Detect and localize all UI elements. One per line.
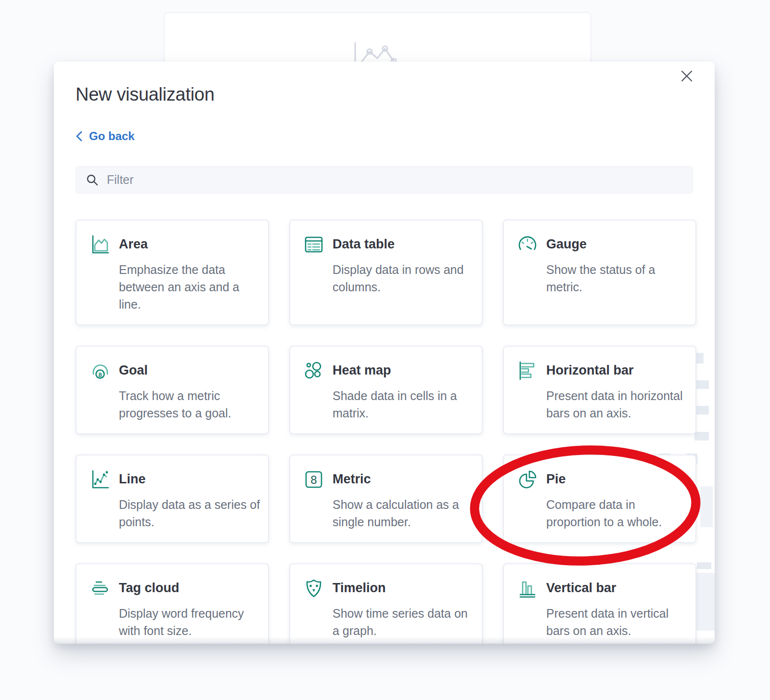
go-back-link[interactable]: Go back xyxy=(76,129,135,143)
svg-text:8: 8 xyxy=(310,473,317,486)
tag-cloud-icon xyxy=(89,577,111,599)
card-description: Present data in horizontal bars on an ax… xyxy=(546,387,691,422)
card-title: Gauge xyxy=(546,233,691,255)
card-title: Tag cloud xyxy=(119,577,263,599)
close-icon xyxy=(680,70,693,82)
goal-icon: 8 xyxy=(89,360,111,382)
svg-text:8: 8 xyxy=(98,371,102,378)
viz-card-horizontal-bar[interactable]: Horizontal bar Present data in horizonta… xyxy=(503,346,696,434)
card-description: Present data in vertical bars on an axis… xyxy=(546,605,691,639)
viz-card-gauge[interactable]: Gauge Show the status of a metric. xyxy=(503,220,696,325)
viz-card-goal[interactable]: 8 Goal Track how a metric progresses to … xyxy=(76,346,269,434)
card-title: Line xyxy=(119,468,263,490)
card-description: Track how a metric progresses to a goal. xyxy=(119,387,263,422)
page-title: New visualization xyxy=(76,84,693,105)
card-description: Show the status of a metric. xyxy=(546,261,691,296)
horizontal-bar-icon xyxy=(516,360,539,382)
scroll-fade xyxy=(54,637,715,644)
viz-card-timelion[interactable]: Timelion Show time series data on a grap… xyxy=(289,563,483,644)
data-table-icon xyxy=(303,233,325,256)
card-title: Vertical bar xyxy=(546,577,691,599)
card-title: Heat map xyxy=(333,359,477,381)
search-icon xyxy=(86,173,99,187)
card-description: Show time series data on a graph. xyxy=(333,605,477,639)
page-background: New visualization Go back xyxy=(0,0,770,700)
card-title: Timelion xyxy=(333,577,477,599)
viz-card-vertical-bar[interactable]: Vertical bar Present data in vertical ba… xyxy=(503,563,696,644)
visualization-grid: Area Emphasize the data between an axis … xyxy=(76,220,693,644)
card-description: Shade data in cells in a matrix. xyxy=(333,387,477,422)
viz-card-area[interactable]: Area Emphasize the data between an axis … xyxy=(76,220,269,325)
close-button[interactable] xyxy=(676,65,697,87)
viz-card-heat-map[interactable]: Heat map Shade data in cells in a matrix… xyxy=(289,346,483,434)
card-description: Compare data in proportion to a whole. xyxy=(546,496,691,531)
heat-map-icon xyxy=(303,360,325,382)
filter-input[interactable] xyxy=(76,166,693,194)
area-chart-icon xyxy=(89,233,111,256)
timelion-icon xyxy=(303,577,325,599)
pie-chart-icon xyxy=(516,468,539,491)
card-description: Show a calculation as a single number. xyxy=(333,496,477,531)
card-description: Emphasize the data between an axis and a… xyxy=(119,261,263,313)
card-title: Horizontal bar xyxy=(546,359,691,381)
card-description: Display data in rows and columns. xyxy=(333,261,477,296)
card-title: Pie xyxy=(546,468,691,490)
go-back-label: Go back xyxy=(89,130,135,143)
metric-icon: 8 xyxy=(303,468,325,491)
viz-card-data-table[interactable]: Data table Display data in rows and colu… xyxy=(289,220,483,325)
card-title: Area xyxy=(119,233,263,255)
new-visualization-modal: New visualization Go back xyxy=(54,62,715,644)
chevron-left-icon xyxy=(76,130,83,142)
line-chart-icon xyxy=(89,468,111,491)
gauge-icon xyxy=(516,233,539,256)
viz-card-line[interactable]: Line Display data as a series of points. xyxy=(76,454,269,543)
viz-card-metric[interactable]: 8 Metric Show a calculation as a single … xyxy=(289,454,483,543)
vertical-bar-icon xyxy=(516,577,539,599)
viz-card-tag-cloud[interactable]: Tag cloud Display word frequency with fo… xyxy=(76,563,269,644)
card-title: Goal xyxy=(119,359,263,381)
viz-card-pie[interactable]: Pie Compare data in proportion to a whol… xyxy=(503,454,696,543)
card-title: Metric xyxy=(333,468,477,490)
card-description: Display word frequency with font size. xyxy=(119,605,263,639)
card-title: Data table xyxy=(333,233,477,255)
card-description: Display data as a series of points. xyxy=(119,496,263,531)
